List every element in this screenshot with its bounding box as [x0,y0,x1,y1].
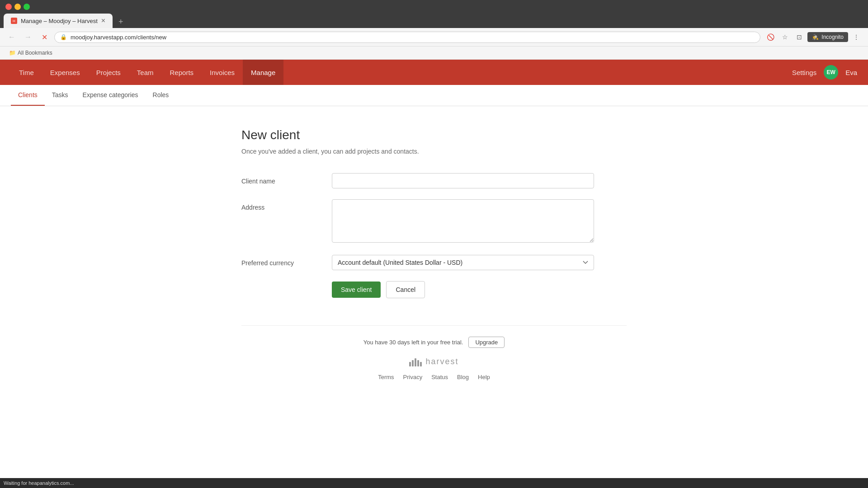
footer-privacy[interactable]: Privacy [403,374,423,380]
harvest-wordmark: harvest [425,357,458,366]
subnav-tasks[interactable]: Tasks [45,85,75,106]
nav-projects[interactable]: Projects [88,60,129,85]
toolbar-actions: 🚫 ☆ ⊡ 🕵️ Incognito ⋮ [764,31,863,43]
nav-expenses[interactable]: Expenses [42,60,88,85]
page-subtitle: Once you've added a client, you can add … [241,148,627,155]
app-nav: Time Expenses Projects Team Reports Invo… [0,60,868,85]
address-text: moodjoy.harvestapp.com/clients/new [71,34,755,41]
currency-select[interactable]: Account default (United States Dollar - … [332,255,594,270]
form-actions: Save client Cancel [332,281,627,298]
address-row: Address [241,199,627,244]
main-content: New client Once you've added a client, y… [231,106,637,413]
address-field [332,199,594,244]
footer-help[interactable]: Help [478,374,490,380]
forward-button[interactable]: → [22,31,34,43]
settings-link[interactable]: Settings [792,69,816,76]
nav-time[interactable]: Time [11,60,42,85]
currency-label: Preferred currency [241,255,332,267]
sub-nav: Clients Tasks Expense categories Roles [0,85,868,106]
split-screen-icon[interactable]: ⊡ [793,31,806,43]
close-tab-button[interactable]: × [101,17,105,24]
subnav-clients[interactable]: Clients [11,85,45,106]
user-avatar[interactable]: EW [824,65,838,80]
incognito-icon: 🕵️ [812,34,819,40]
browser-chrome: H Manage – Moodjoy – Harvest × + ← → ✕ 🔒… [0,0,868,60]
address-bar[interactable]: 🔒 moodjoy.harvestapp.com/clients/new [54,32,760,43]
footer-blog[interactable]: Blog [457,374,469,380]
back-button[interactable]: ← [5,31,18,43]
active-tab[interactable]: H Manage – Moodjoy – Harvest × [4,14,113,28]
bookmarks-bar: 📁 All Bookmarks [0,47,868,60]
trial-text: You have 30 days left in your free trial… [363,339,463,346]
nav-invoices[interactable]: Invoices [202,60,243,85]
nav-reports[interactable]: Reports [162,60,202,85]
incognito-button[interactable]: 🕵️ Incognito [807,32,848,42]
bookmarks-label: All Bookmarks [18,50,52,56]
more-button[interactable]: ⋮ [850,31,863,43]
tab-title: Manage – Moodjoy – Harvest [21,18,98,24]
client-name-row: Client name [241,173,627,188]
footer-status[interactable]: Status [431,374,448,380]
incognito-label: Incognito [821,34,844,40]
browser-toolbar: ← → ✕ 🔒 moodjoy.harvestapp.com/clients/n… [0,28,868,47]
user-name[interactable]: Eva [845,69,857,76]
address-input[interactable] [332,199,594,243]
bookmark-star-icon[interactable]: ☆ [778,31,791,43]
currency-field: Account default (United States Dollar - … [332,255,594,270]
client-name-input[interactable] [332,173,594,188]
save-client-button[interactable]: Save client [332,282,381,298]
nav-links: Time Expenses Projects Team Reports Invo… [11,60,792,85]
client-name-label: Client name [241,173,332,185]
new-tab-button[interactable]: + [114,15,127,28]
footer-terms[interactable]: Terms [378,374,394,380]
eye-slash-icon[interactable]: 🚫 [764,31,777,43]
bookmarks-folder-icon: 📁 [9,50,16,56]
minimize-window-button[interactable] [14,4,21,10]
trial-bar: You have 30 days left in your free trial… [252,337,616,348]
tab-favicon: H [11,18,17,24]
footer: You have 30 days left in your free trial… [241,325,627,391]
harvest-logo-bars [409,357,422,366]
window-controls [5,4,30,10]
subnav-roles[interactable]: Roles [146,85,176,106]
nav-right: Settings EW Eva [792,65,857,80]
currency-row: Preferred currency Account default (Unit… [241,255,627,270]
nav-manage[interactable]: Manage [243,60,283,85]
all-bookmarks-item[interactable]: 📁 All Bookmarks [5,48,56,57]
page-title: New client [241,128,627,142]
harvest-logo: harvest [252,357,616,366]
address-label: Address [241,199,332,211]
footer-links: Terms Privacy Status Blog Help [252,374,616,380]
client-name-field [332,173,594,188]
security-icon: 🔒 [60,34,67,40]
close-window-button[interactable] [5,4,12,10]
maximize-window-button[interactable] [24,4,30,10]
cancel-button[interactable]: Cancel [386,281,425,298]
browser-titlebar [0,0,868,14]
tab-bar: H Manage – Moodjoy – Harvest × + [0,14,868,28]
subnav-expense-categories[interactable]: Expense categories [75,85,146,106]
reload-button[interactable]: ✕ [38,31,51,43]
upgrade-button[interactable]: Upgrade [468,337,505,348]
nav-team[interactable]: Team [129,60,162,85]
